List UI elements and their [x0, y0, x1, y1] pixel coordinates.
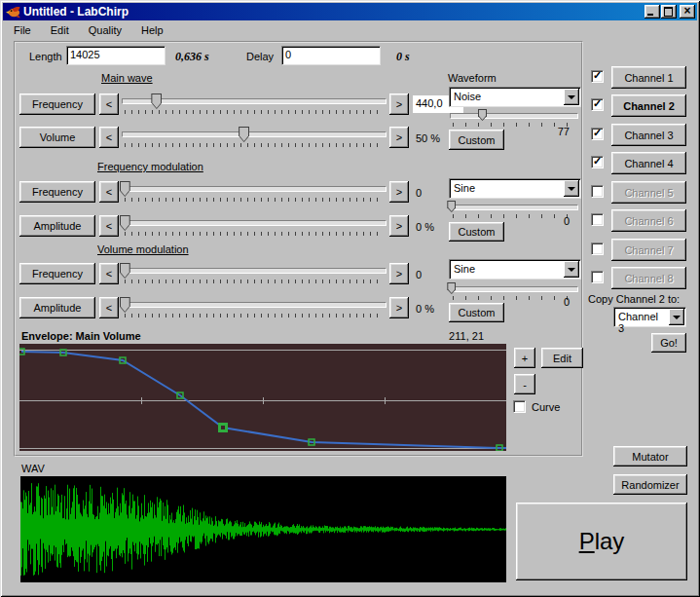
- main-frequency-row: Frequency < > 440,0: [14, 93, 466, 116]
- slider-thumb[interactable]: [120, 181, 130, 197]
- channel-7-checkbox[interactable]: [591, 243, 604, 255]
- slider-thumb[interactable]: [120, 215, 130, 231]
- fm-frequency-left-button[interactable]: <: [99, 181, 119, 203]
- channel-5-checkbox[interactable]: [591, 185, 604, 198]
- channel-2-button[interactable]: Channel 2: [611, 94, 686, 117]
- channel-8-checkbox[interactable]: [591, 271, 604, 283]
- length-seconds: 0,636 s: [175, 50, 209, 64]
- mutator-button[interactable]: Mutator: [613, 446, 687, 466]
- channel-2-checkbox[interactable]: [591, 98, 604, 111]
- main-volume-row: Volume < > 50 %: [14, 127, 466, 149]
- menu-edit[interactable]: Edit: [41, 22, 79, 38]
- maximize-button[interactable]: [661, 5, 677, 19]
- vm-frequency-right-button[interactable]: >: [389, 263, 409, 284]
- slider-thumb[interactable]: [239, 127, 249, 142]
- fm-amplitude-right-button[interactable]: >: [389, 215, 409, 237]
- waveform-select[interactable]: Noise: [449, 87, 581, 107]
- fm-custom-button[interactable]: Custom: [449, 222, 504, 242]
- menu-help[interactable]: Help: [131, 22, 173, 38]
- channel-7-button[interactable]: Channel 7: [611, 239, 686, 261]
- channel-6-checkbox[interactable]: [591, 213, 604, 226]
- minimize-button[interactable]: [645, 5, 660, 19]
- menu-quality[interactable]: Quality: [79, 22, 131, 38]
- slider-groove: [450, 286, 578, 292]
- main-volume-left-button[interactable]: <: [99, 127, 119, 148]
- main-frequency-right-button[interactable]: >: [389, 93, 409, 115]
- curve-checkbox[interactable]: [513, 400, 526, 413]
- envelope-edit-button[interactable]: Edit: [541, 348, 583, 368]
- slider-thumb[interactable]: [151, 93, 162, 109]
- channel-3-checkbox[interactable]: [591, 128, 604, 140]
- vm-amplitude-slider[interactable]: [122, 297, 387, 318]
- slider-ticks: [125, 314, 384, 317]
- randomizer-button[interactable]: Randomizer: [613, 474, 687, 495]
- envelope-remove-button[interactable]: -: [514, 374, 535, 394]
- main-wave-title: Main wave: [101, 72, 153, 84]
- minimize-icon: [647, 14, 653, 16]
- fm-frequency-slider[interactable]: [122, 181, 387, 203]
- slider-thumb[interactable]: [120, 263, 130, 279]
- play-button[interactable]: Play: [516, 503, 687, 580]
- vm-waveform-value: 0: [531, 296, 570, 308]
- slider-groove: [122, 302, 387, 308]
- delay-input[interactable]: 0: [281, 46, 381, 65]
- slider-groove: [122, 268, 387, 274]
- menubar: File Edit Quality Help: [4, 21, 696, 39]
- envelope-add-button[interactable]: +: [514, 348, 535, 368]
- vm-frequency-slider[interactable]: [122, 263, 387, 284]
- channel-5-button[interactable]: Channel 5: [611, 181, 686, 204]
- close-button[interactable]: [680, 5, 695, 19]
- vm-frequency-button[interactable]: Frequency: [19, 263, 95, 284]
- copy-channel-selected: Channel 3: [618, 311, 658, 334]
- fm-amplitude-left-button[interactable]: <: [99, 215, 119, 237]
- waveform-slider[interactable]: [450, 109, 578, 127]
- waveform-custom-button[interactable]: Custom: [449, 130, 504, 150]
- main-frequency-slider[interactable]: [122, 93, 387, 115]
- vm-amplitude-left-button[interactable]: <: [99, 297, 119, 318]
- dropdown-arrow-icon[interactable]: [564, 89, 579, 105]
- copy-channel-select[interactable]: Channel 3: [613, 307, 686, 327]
- main-volume-slider[interactable]: [122, 127, 387, 148]
- channel-6-button[interactable]: Channel 6: [611, 209, 686, 232]
- vm-amplitude-right-button[interactable]: >: [389, 297, 409, 318]
- channel-4-button[interactable]: Channel 4: [611, 152, 686, 174]
- dropdown-arrow-icon[interactable]: [669, 309, 684, 325]
- channel-1-button[interactable]: Channel 1: [611, 66, 686, 89]
- fm-frequency-right-button[interactable]: >: [389, 181, 409, 203]
- length-input[interactable]: 14025: [66, 46, 166, 65]
- slider-groove: [122, 186, 387, 192]
- fm-waveform-select[interactable]: Sine: [449, 178, 581, 199]
- slider-thumb[interactable]: [120, 297, 130, 313]
- vm-frequency-value: 0: [416, 269, 422, 280]
- waveform-label: Waveform: [448, 72, 497, 84]
- vm-amplitude-button[interactable]: Amplitude: [19, 297, 95, 318]
- menu-file[interactable]: File: [4, 22, 41, 38]
- copy-channel-label: Copy Channel 2 to:: [588, 293, 680, 305]
- go-button[interactable]: Go!: [651, 333, 686, 353]
- dropdown-arrow-icon[interactable]: [564, 180, 579, 197]
- fm-frequency-button[interactable]: Frequency: [19, 181, 95, 203]
- fm-amplitude-row: Amplitude < > 0 %: [14, 215, 466, 238]
- fm-amplitude-slider[interactable]: [122, 215, 387, 237]
- close-icon: [680, 5, 695, 19]
- main-frequency-left-button[interactable]: <: [99, 93, 119, 115]
- vm-frequency-left-button[interactable]: <: [99, 263, 119, 284]
- main-frequency-button[interactable]: Frequency: [19, 93, 95, 115]
- waveform-selected: Noise: [454, 91, 481, 102]
- slider-thumb[interactable]: [478, 109, 487, 121]
- channel-1-checkbox[interactable]: [591, 70, 604, 83]
- channel-8-button[interactable]: Channel 8: [611, 267, 686, 289]
- envelope-canvas[interactable]: [19, 344, 506, 451]
- channel-3-button[interactable]: Channel 3: [611, 124, 686, 146]
- channel-4-checkbox[interactable]: [591, 156, 604, 168]
- slider-ticks: [125, 198, 384, 202]
- envelope-title: Envelope: Main Volume: [21, 330, 141, 342]
- vm-waveform-select[interactable]: Sine: [449, 259, 581, 280]
- vm-custom-button[interactable]: Custom: [449, 303, 504, 322]
- fm-frequency-row: Frequency < > 0: [14, 181, 466, 204]
- main-volume-right-button[interactable]: >: [389, 127, 409, 148]
- dropdown-arrow-icon[interactable]: [564, 261, 579, 278]
- titlebar[interactable]: Untitled - LabChirp: [3, 3, 697, 20]
- main-volume-button[interactable]: Volume: [19, 127, 95, 148]
- fm-amplitude-button[interactable]: Amplitude: [19, 215, 95, 237]
